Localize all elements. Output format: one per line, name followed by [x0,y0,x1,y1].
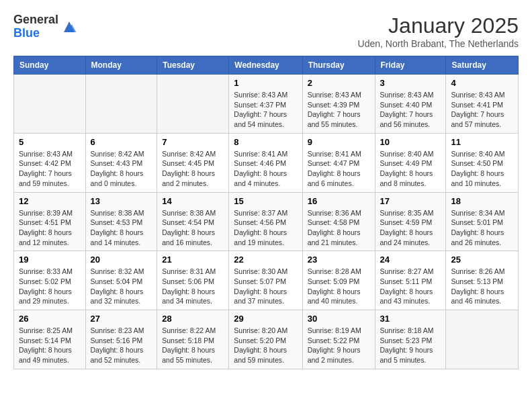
header-monday: Monday [85,56,157,75]
day-info: Sunrise: 8:43 AM Sunset: 4:41 PM Dayligh… [451,90,513,130]
calendar-cell: 25Sunrise: 8:26 AM Sunset: 5:13 PM Dayli… [446,251,519,310]
day-number: 27 [91,314,152,324]
calendar-cell: 26Sunrise: 8:25 AM Sunset: 5:14 PM Dayli… [14,310,86,369]
day-number: 1 [234,78,297,88]
calendar-week-2: 5Sunrise: 8:43 AM Sunset: 4:42 PM Daylig… [14,133,519,192]
day-info: Sunrise: 8:43 AM Sunset: 4:39 PM Dayligh… [308,90,370,130]
day-number: 14 [162,196,224,206]
day-info: Sunrise: 8:41 AM Sunset: 4:46 PM Dayligh… [234,149,297,189]
day-info: Sunrise: 8:43 AM Sunset: 4:42 PM Dayligh… [19,149,81,189]
calendar-cell: 31Sunrise: 8:18 AM Sunset: 5:23 PM Dayli… [375,310,446,369]
calendar-cell: 22Sunrise: 8:30 AM Sunset: 5:07 PM Dayli… [229,251,302,310]
day-info: Sunrise: 8:42 AM Sunset: 4:43 PM Dayligh… [91,149,152,189]
calendar-cell: 7Sunrise: 8:42 AM Sunset: 4:45 PM Daylig… [157,133,229,192]
day-info: Sunrise: 8:38 AM Sunset: 4:54 PM Dayligh… [162,208,224,248]
day-info: Sunrise: 8:33 AM Sunset: 5:02 PM Dayligh… [19,267,81,306]
calendar-header-row: SundayMondayTuesdayWednesdayThursdayFrid… [14,56,519,75]
day-info: Sunrise: 8:28 AM Sunset: 5:09 PM Dayligh… [308,267,370,306]
day-number: 11 [451,137,513,147]
day-info: Sunrise: 8:35 AM Sunset: 4:59 PM Dayligh… [380,208,441,248]
day-number: 24 [380,255,441,265]
day-number: 5 [19,137,81,147]
calendar-table: SundayMondayTuesdayWednesdayThursdayFrid… [13,56,519,369]
day-info: Sunrise: 8:23 AM Sunset: 5:16 PM Dayligh… [91,326,152,365]
day-number: 29 [234,314,297,324]
day-info: Sunrise: 8:41 AM Sunset: 4:47 PM Dayligh… [308,149,370,189]
day-info: Sunrise: 8:40 AM Sunset: 4:49 PM Dayligh… [380,149,441,189]
calendar-cell: 23Sunrise: 8:28 AM Sunset: 5:09 PM Dayli… [302,251,375,310]
day-info: Sunrise: 8:26 AM Sunset: 5:13 PM Dayligh… [451,267,513,306]
header-sunday: Sunday [14,56,86,75]
calendar-week-1: 1Sunrise: 8:43 AM Sunset: 4:37 PM Daylig… [14,75,519,134]
header-wednesday: Wednesday [229,56,302,75]
calendar-cell: 28Sunrise: 8:22 AM Sunset: 5:18 PM Dayli… [157,310,229,369]
day-info: Sunrise: 8:40 AM Sunset: 4:50 PM Dayligh… [451,149,513,189]
calendar-cell [85,75,157,134]
title-block: January 2025 Uden, North Brabant, The Ne… [358,13,519,49]
logo: General Blue [13,13,77,40]
day-number: 18 [451,196,513,206]
calendar-cell: 20Sunrise: 8:32 AM Sunset: 5:04 PM Dayli… [85,251,157,310]
logo-icon [61,19,77,35]
day-info: Sunrise: 8:27 AM Sunset: 5:11 PM Dayligh… [380,267,441,306]
day-number: 25 [451,255,513,265]
day-info: Sunrise: 8:37 AM Sunset: 4:56 PM Dayligh… [234,208,297,248]
calendar-cell: 9Sunrise: 8:41 AM Sunset: 4:47 PM Daylig… [302,133,375,192]
calendar-cell: 27Sunrise: 8:23 AM Sunset: 5:16 PM Dayli… [85,310,157,369]
day-number: 16 [308,196,370,206]
day-info: Sunrise: 8:25 AM Sunset: 5:14 PM Dayligh… [19,326,81,365]
day-info: Sunrise: 8:42 AM Sunset: 4:45 PM Dayligh… [162,149,224,189]
day-number: 19 [19,255,81,265]
day-number: 13 [91,196,152,206]
day-info: Sunrise: 8:30 AM Sunset: 5:07 PM Dayligh… [234,267,297,306]
calendar-cell: 30Sunrise: 8:19 AM Sunset: 5:22 PM Dayli… [302,310,375,369]
day-number: 21 [162,255,224,265]
calendar-cell: 29Sunrise: 8:20 AM Sunset: 5:20 PM Dayli… [229,310,302,369]
calendar-cell [446,310,519,369]
day-number: 12 [19,196,81,206]
calendar-cell: 3Sunrise: 8:43 AM Sunset: 4:40 PM Daylig… [375,75,446,134]
calendar-cell: 13Sunrise: 8:38 AM Sunset: 4:53 PM Dayli… [85,192,157,251]
calendar-cell: 4Sunrise: 8:43 AM Sunset: 4:41 PM Daylig… [446,75,519,134]
calendar-week-5: 26Sunrise: 8:25 AM Sunset: 5:14 PM Dayli… [14,310,519,369]
day-info: Sunrise: 8:39 AM Sunset: 4:51 PM Dayligh… [19,208,81,248]
day-number: 20 [91,255,152,265]
calendar-cell: 8Sunrise: 8:41 AM Sunset: 4:46 PM Daylig… [229,133,302,192]
calendar-cell [157,75,229,134]
calendar-week-3: 12Sunrise: 8:39 AM Sunset: 4:51 PM Dayli… [14,192,519,251]
day-info: Sunrise: 8:22 AM Sunset: 5:18 PM Dayligh… [162,326,224,365]
day-info: Sunrise: 8:19 AM Sunset: 5:22 PM Dayligh… [308,326,370,365]
calendar-cell: 2Sunrise: 8:43 AM Sunset: 4:39 PM Daylig… [302,75,375,134]
day-number: 4 [451,78,513,88]
day-number: 30 [308,314,370,324]
day-info: Sunrise: 8:43 AM Sunset: 4:40 PM Dayligh… [380,90,441,130]
calendar-week-4: 19Sunrise: 8:33 AM Sunset: 5:02 PM Dayli… [14,251,519,310]
day-info: Sunrise: 8:36 AM Sunset: 4:58 PM Dayligh… [308,208,370,248]
day-number: 2 [308,78,370,88]
calendar-cell: 15Sunrise: 8:37 AM Sunset: 4:56 PM Dayli… [229,192,302,251]
calendar-cell: 18Sunrise: 8:34 AM Sunset: 5:01 PM Dayli… [446,192,519,251]
day-number: 3 [380,78,441,88]
header-tuesday: Tuesday [157,56,229,75]
calendar-cell: 10Sunrise: 8:40 AM Sunset: 4:49 PM Dayli… [375,133,446,192]
day-number: 10 [380,137,441,147]
day-number: 7 [162,137,224,147]
header-saturday: Saturday [446,56,519,75]
calendar-cell: 21Sunrise: 8:31 AM Sunset: 5:06 PM Dayli… [157,251,229,310]
day-number: 31 [380,314,441,324]
day-info: Sunrise: 8:32 AM Sunset: 5:04 PM Dayligh… [91,267,152,306]
day-number: 22 [234,255,297,265]
day-info: Sunrise: 8:43 AM Sunset: 4:37 PM Dayligh… [234,90,297,130]
day-info: Sunrise: 8:34 AM Sunset: 5:01 PM Dayligh… [451,208,513,248]
day-number: 28 [162,314,224,324]
day-number: 15 [234,196,297,206]
calendar-cell: 6Sunrise: 8:42 AM Sunset: 4:43 PM Daylig… [85,133,157,192]
location: Uden, North Brabant, The Netherlands [358,38,519,49]
calendar-cell: 12Sunrise: 8:39 AM Sunset: 4:51 PM Dayli… [14,192,86,251]
page-header: General Blue January 2025 Uden, North Br… [13,13,519,49]
day-info: Sunrise: 8:31 AM Sunset: 5:06 PM Dayligh… [162,267,224,306]
day-number: 23 [308,255,370,265]
day-info: Sunrise: 8:20 AM Sunset: 5:20 PM Dayligh… [234,326,297,365]
calendar-cell: 5Sunrise: 8:43 AM Sunset: 4:42 PM Daylig… [14,133,86,192]
day-number: 9 [308,137,370,147]
